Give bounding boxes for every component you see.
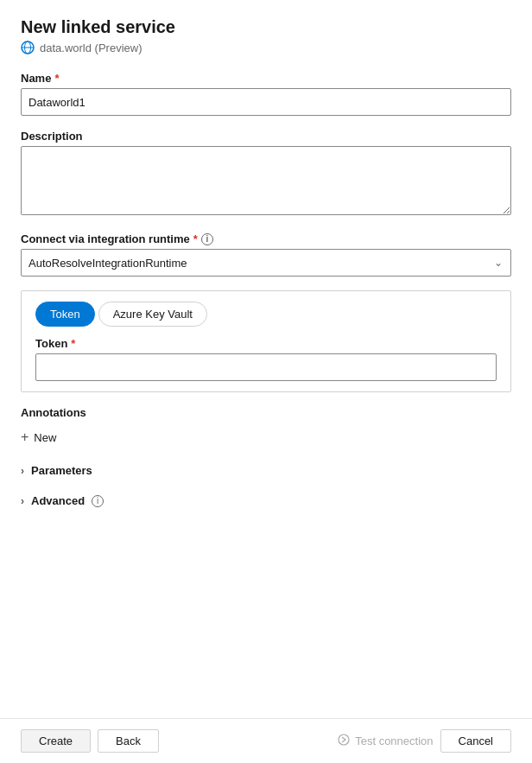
token-label: Token * (35, 337, 497, 350)
description-label: Description (21, 130, 511, 143)
create-button[interactable]: Create (21, 729, 91, 753)
test-connection-label: Test connection (355, 734, 433, 747)
token-tab[interactable]: Token (35, 302, 95, 327)
runtime-label: Connect via integration runtime * i (21, 232, 511, 245)
description-field-group: Description (21, 130, 511, 219)
runtime-info-icon[interactable]: i (201, 233, 213, 245)
parameters-chevron-icon: › (21, 465, 24, 477)
test-connection-button[interactable]: Test connection (338, 734, 433, 748)
description-textarea[interactable] (21, 146, 511, 215)
svg-point-3 (339, 734, 349, 745)
token-field-group: Token * (35, 337, 497, 381)
data-world-icon (21, 41, 35, 54)
add-annotation-button[interactable]: + New (21, 426, 56, 448)
runtime-field-group: Connect via integration runtime * i Auto… (21, 232, 511, 277)
token-section: Token Azure Key Vault Token * (21, 290, 511, 392)
page-title: New linked service (21, 17, 511, 37)
annotations-section: Annotations + New (21, 406, 511, 448)
parameters-section: › Parameters (21, 459, 511, 482)
token-required-star: * (71, 337, 75, 350)
runtime-select-wrapper: AutoResolveIntegrationRuntime ⌄ (21, 249, 511, 277)
auth-tab-group: Token Azure Key Vault (35, 302, 497, 327)
panel-footer: Create Back Test connection Cancel (0, 718, 532, 763)
plus-icon: + (21, 429, 28, 445)
advanced-section: › Advanced i (21, 489, 511, 512)
name-label: Name * (21, 72, 511, 85)
panel-content: New linked service data.world (Preview) … (0, 0, 532, 718)
name-required-star: * (54, 72, 59, 85)
new-linked-service-panel: New linked service data.world (Preview) … (0, 0, 532, 763)
add-new-label: New (34, 431, 56, 444)
advanced-header[interactable]: › Advanced i (21, 489, 104, 512)
cancel-button[interactable]: Cancel (440, 729, 511, 753)
runtime-select[interactable]: AutoResolveIntegrationRuntime (21, 249, 511, 277)
azure-key-vault-tab[interactable]: Azure Key Vault (98, 302, 207, 327)
name-field-group: Name * (21, 72, 511, 116)
runtime-required-star: * (193, 232, 198, 245)
advanced-label: Advanced (31, 494, 85, 507)
advanced-info-icon[interactable]: i (92, 495, 104, 507)
advanced-chevron-icon: › (21, 495, 24, 507)
token-input[interactable] (35, 353, 497, 381)
back-button[interactable]: Back (98, 729, 159, 753)
annotations-label: Annotations (21, 406, 511, 419)
test-connection-icon (338, 734, 350, 748)
parameters-header[interactable]: › Parameters (21, 459, 92, 482)
parameters-label: Parameters (31, 464, 92, 477)
name-input[interactable] (21, 88, 511, 116)
panel-subtitle: data.world (Preview) (21, 41, 511, 54)
subtitle-text: data.world (Preview) (40, 41, 142, 54)
